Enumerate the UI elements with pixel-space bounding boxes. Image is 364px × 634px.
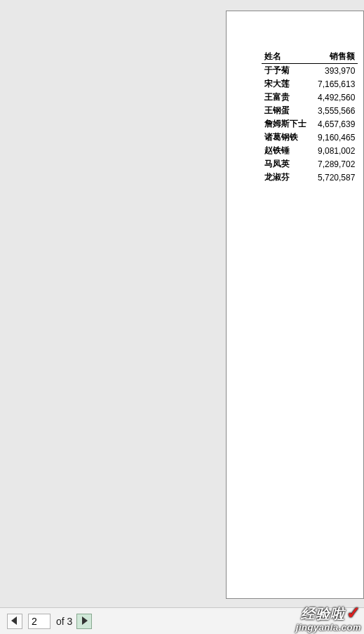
cell-value: 4,657,639 xyxy=(309,117,358,131)
triangle-left-icon xyxy=(11,616,18,627)
table-row: 龙淑芬5,720,587 xyxy=(262,171,358,184)
cell-value: 7,289,702 xyxy=(309,157,358,171)
table-row: 诸葛钢铁9,160,465 xyxy=(262,131,358,144)
table-row: 于予菊393,970 xyxy=(262,64,358,78)
watermark-url: jingyanla.com xyxy=(296,622,361,633)
cell-value: 3,555,566 xyxy=(309,104,358,117)
cell-name: 王钢蛋 xyxy=(262,104,309,117)
cell-value: 4,492,560 xyxy=(309,91,358,104)
cell-value: 5,720,587 xyxy=(309,171,358,184)
prev-page-button[interactable] xyxy=(7,614,22,629)
table-row: 宋大莲7,165,613 xyxy=(262,77,358,91)
cell-name: 宋大莲 xyxy=(262,77,309,91)
cell-name: 诸葛钢铁 xyxy=(262,131,309,144)
table-row: 马凤英7,289,702 xyxy=(262,157,358,171)
svg-marker-1 xyxy=(82,616,88,625)
cell-value: 9,160,465 xyxy=(309,131,358,144)
watermark-text: 经验啦 xyxy=(301,606,345,621)
watermark: 经验啦✓ jingyanla.com xyxy=(296,603,361,633)
table-row: 赵铁锤9,081,002 xyxy=(262,144,358,157)
cell-name: 赵铁锤 xyxy=(262,144,309,157)
cell-name: 于予菊 xyxy=(262,64,309,78)
check-icon: ✓ xyxy=(346,603,361,622)
next-page-button[interactable] xyxy=(76,614,92,629)
sales-table: 姓名 销售额 于予菊393,970 宋大莲7,165,613 王富贵4,492,… xyxy=(262,50,358,184)
of-text: of xyxy=(56,616,65,627)
triangle-right-icon xyxy=(81,616,88,627)
cell-name: 龙淑芬 xyxy=(262,171,309,184)
col-header-sales: 销售额 xyxy=(309,50,358,64)
cell-value: 393,970 xyxy=(309,64,358,78)
page-number-input[interactable] xyxy=(28,614,50,629)
page-of-label: of 3 xyxy=(56,616,72,627)
cell-value: 7,165,613 xyxy=(309,77,358,91)
cell-name: 马凤英 xyxy=(262,157,309,171)
total-pages: 3 xyxy=(67,616,73,627)
print-preview-page: 姓名 销售额 于予菊393,970 宋大莲7,165,613 王富贵4,492,… xyxy=(226,11,364,599)
cell-name: 詹姆斯下士 xyxy=(262,117,309,131)
col-header-name: 姓名 xyxy=(262,50,309,64)
table-row: 王钢蛋3,555,566 xyxy=(262,104,358,117)
cell-value: 9,081,002 xyxy=(309,144,358,157)
cell-name: 王富贵 xyxy=(262,91,309,104)
table-row: 王富贵4,492,560 xyxy=(262,91,358,104)
svg-marker-0 xyxy=(11,616,17,625)
table-row: 詹姆斯下士4,657,639 xyxy=(262,117,358,131)
